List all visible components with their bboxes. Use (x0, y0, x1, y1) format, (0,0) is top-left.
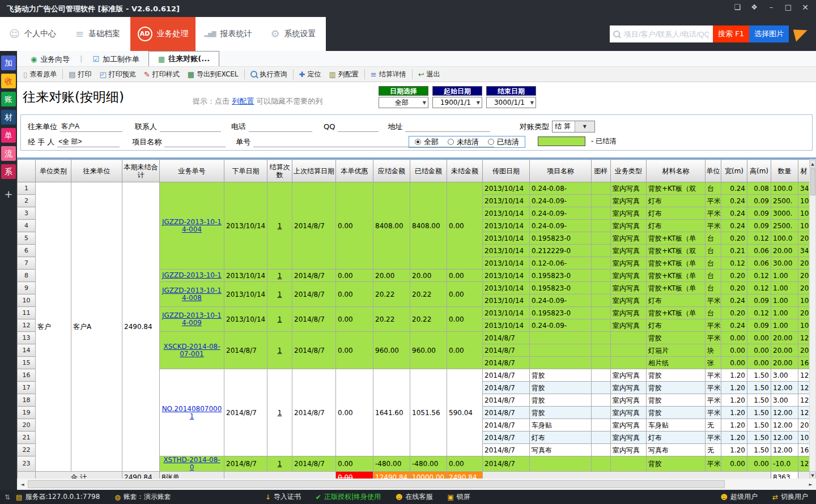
row-number[interactable]: 4 (18, 220, 36, 232)
toolbar-column-config[interactable]: ▥列配置 (325, 67, 362, 81)
sidebar-item-4[interactable]: 单 (1, 128, 16, 143)
row-number[interactable]: 16 (18, 369, 36, 382)
toolbar-print[interactable]: ▤打印 (65, 67, 95, 81)
order-link[interactable]: JGZZD-2013-10-1 (162, 271, 222, 279)
nav-item-personal[interactable]: ☺个人中心 (0, 17, 65, 51)
cell-settle-count[interactable]: 1 (267, 369, 292, 456)
row-number[interactable]: 14 (18, 344, 36, 357)
pick-image-button[interactable]: 选择图片 (749, 25, 789, 42)
cell-settle-count[interactable]: 1 (267, 456, 292, 472)
row-number[interactable]: 11 (18, 307, 36, 319)
row-number[interactable]: 18 (18, 394, 36, 407)
nav-item-business[interactable]: AD业务处理 (130, 17, 196, 51)
address-input[interactable] (405, 122, 490, 132)
toolbar-settle-detail[interactable]: ≡结算详情 (367, 67, 410, 81)
column-header[interactable]: 往来单位 (71, 160, 122, 182)
search-input[interactable] (624, 30, 709, 39)
horizontal-scrollbar[interactable]: ◄ ► (17, 479, 816, 490)
order-link[interactable]: XSCKD-2014-08-07-001 (163, 343, 220, 358)
toolbar-execute-query[interactable]: 执行查询 (246, 67, 291, 81)
super-user-button[interactable]: ☻ 超级用户 (720, 492, 758, 502)
lock-screen-button[interactable]: ▣ 锁屏 (447, 492, 470, 502)
row-number[interactable]: 22 (18, 444, 36, 456)
row-number[interactable]: 8 (18, 270, 36, 282)
row-number[interactable]: 19 (18, 407, 36, 419)
column-header[interactable]: 宽(m) (721, 160, 747, 182)
toolbar-exit[interactable]: ↩退出 (414, 67, 444, 81)
scroll-right-icon[interactable]: ► (806, 482, 815, 487)
column-config-link[interactable]: 列配置 (232, 97, 254, 105)
row-number[interactable]: 1 (18, 182, 36, 195)
column-header[interactable]: 图样 (592, 160, 611, 182)
row-number[interactable]: 10 (18, 294, 36, 307)
row-number[interactable]: 21 (18, 432, 36, 444)
row-number[interactable]: 6 (18, 245, 36, 257)
toolbar-view-original[interactable]: ▯查看原单 (19, 67, 61, 81)
toolbar-locate[interactable]: ✚定位 (295, 67, 325, 81)
tab-wizard[interactable]: ◉业务向导 (22, 52, 79, 66)
order-link[interactable]: JGZZD-2013-10-14-004 (162, 218, 222, 233)
sidebar-item-3[interactable]: 材 (1, 110, 16, 125)
cell-settle-count[interactable]: 1 (267, 270, 292, 282)
sidebar-item-6[interactable]: 系 (1, 164, 16, 179)
radio-0[interactable]: 全部 (415, 137, 439, 147)
row-number[interactable]: 5 (18, 232, 36, 245)
tab-reconcile[interactable]: ▦往来对账(... (148, 51, 219, 66)
sidebar-item-1[interactable]: 收 (1, 74, 16, 88)
column-header[interactable]: 本单优惠 (336, 160, 373, 182)
nav-item-archives[interactable]: ≡基础档案 (65, 17, 130, 51)
scroll-down-icon[interactable]: ▼ (810, 471, 815, 479)
order-link[interactable]: XSTHD-2014-08-0 (163, 456, 220, 472)
sort-icon[interactable]: ⇅ (5, 493, 10, 501)
nav-item-reports[interactable]: ▂▅▇报表统计 (196, 17, 261, 51)
row-number[interactable]: 15 (18, 357, 36, 369)
horizontal-scroll-thumb[interactable] (28, 480, 725, 488)
toolbar-export-excel[interactable]: ▦导出到EXCEL (184, 67, 243, 81)
project-input[interactable] (164, 137, 226, 147)
cell-settle-count[interactable]: 1 (267, 182, 292, 270)
column-header[interactable]: 材料名称 (647, 160, 706, 182)
cell-settle-count[interactable]: 1 (267, 307, 292, 332)
tab-work-order[interactable]: ☑加工制作单 (83, 52, 148, 66)
column-header[interactable]: 传图日期 (483, 160, 530, 182)
column-header[interactable]: 数量 (771, 160, 798, 182)
radio-2[interactable]: 已结清 (488, 137, 519, 147)
close-icon[interactable]: ✕ (797, 1, 814, 14)
cell-settle-count[interactable]: 1 (267, 332, 292, 369)
row-number[interactable]: 2 (18, 195, 36, 207)
row-number[interactable]: 9 (18, 282, 36, 294)
vertical-scroll-thumb[interactable] (810, 168, 815, 195)
contact-input[interactable] (160, 122, 221, 132)
unit-input[interactable] (60, 122, 122, 132)
copy-icon[interactable]: ❏ (729, 1, 746, 14)
search-button[interactable]: 搜索 F1 (713, 25, 749, 42)
scroll-left-icon[interactable]: ◄ (18, 482, 27, 487)
minimize-icon[interactable]: – (763, 1, 780, 14)
row-number[interactable]: 7 (18, 257, 36, 270)
qq-input[interactable] (338, 122, 379, 132)
scroll-up-icon[interactable]: ▲ (810, 160, 815, 168)
column-header[interactable]: 项目名称 (530, 160, 592, 182)
toolbar-print-preview[interactable]: ◰打印预览 (95, 67, 139, 81)
import-cert-button[interactable]: ↓ 导入证书 (265, 492, 301, 502)
handler-input[interactable] (57, 137, 120, 147)
radio-1[interactable]: 未结清 (448, 137, 479, 147)
column-header[interactable]: 业务单号 (160, 160, 224, 182)
sidebar-item-5[interactable]: 流 (1, 146, 16, 161)
column-header[interactable]: 应结金额 (373, 160, 410, 182)
column-header[interactable]: 下单日期 (224, 160, 267, 182)
skin-icon[interactable]: ❖ (746, 1, 763, 14)
sidebar-item-7[interactable]: + (1, 187, 16, 202)
column-header[interactable] (18, 160, 36, 182)
column-header[interactable]: 本期未结合计 (122, 160, 160, 182)
date-end-select[interactable]: 3000/1/1 ▼ (486, 97, 536, 108)
nav-item-settings[interactable]: ⚙系统设置 (261, 17, 326, 51)
row-number[interactable]: 20 (18, 419, 36, 432)
column-header[interactable]: 上次结算日期 (292, 160, 336, 182)
row-number[interactable]: 17 (18, 382, 36, 394)
date-start-select[interactable]: 1900/1/1 ▼ (432, 97, 482, 108)
order-link[interactable]: JGZZD-2013-10-14-009 (162, 311, 222, 327)
row-number[interactable]: 23 (18, 456, 36, 472)
column-header[interactable]: 未结金额 (447, 160, 483, 182)
column-header[interactable]: 已结金额 (410, 160, 447, 182)
